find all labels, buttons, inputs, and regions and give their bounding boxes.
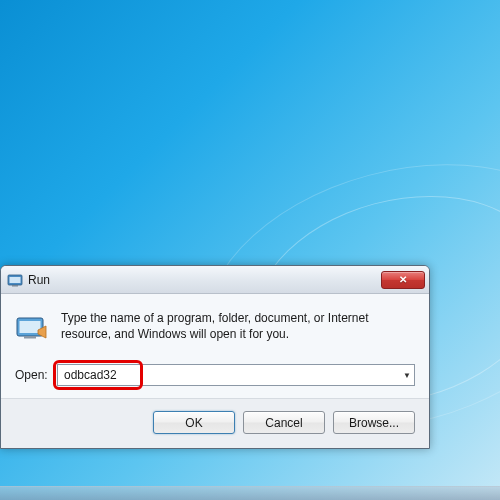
close-icon: ✕: [399, 274, 407, 285]
browse-button[interactable]: Browse...: [333, 411, 415, 434]
dialog-title: Run: [28, 273, 381, 287]
open-input[interactable]: [57, 364, 415, 386]
cancel-button[interactable]: Cancel: [243, 411, 325, 434]
run-titlebar-icon: [7, 272, 23, 288]
taskbar[interactable]: [0, 486, 500, 500]
open-label: Open:: [15, 368, 49, 382]
run-dialog-icon: [15, 312, 49, 346]
dialog-body: Type the name of a program, folder, docu…: [1, 294, 429, 398]
close-button[interactable]: ✕: [381, 271, 425, 289]
titlebar[interactable]: Run ✕: [1, 266, 429, 294]
svg-rect-4: [20, 321, 41, 333]
svg-rect-2: [12, 285, 18, 287]
ok-button[interactable]: OK: [153, 411, 235, 434]
svg-rect-5: [24, 336, 36, 339]
open-combobox-wrap: ▼: [57, 364, 415, 386]
instruction-text: Type the name of a program, folder, docu…: [61, 310, 415, 342]
run-dialog: Run ✕ Type the name of a program, folder…: [0, 265, 430, 449]
button-bar: OK Cancel Browse...: [1, 398, 429, 448]
svg-rect-1: [10, 277, 21, 283]
